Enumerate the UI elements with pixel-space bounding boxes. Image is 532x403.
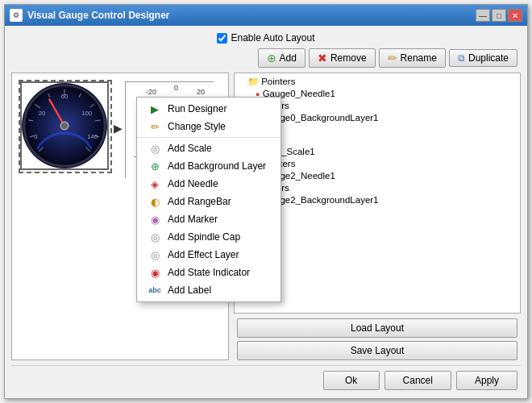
svg-text:60: 60	[61, 93, 69, 100]
add-marker-icon: ◉	[148, 213, 161, 226]
title-bar-left: ⚙ Visual Gauge Control Designer	[10, 9, 169, 22]
top-bar: Enable Auto Layout	[11, 32, 521, 44]
svg-point-18	[60, 122, 69, 130]
dark-gauge[interactable]: 0 20 60 100 140	[20, 81, 109, 170]
svg-text:0: 0	[174, 84, 178, 92]
main-window: ⚙ Visual Gauge Control Designer — □ ✕ En…	[4, 4, 528, 399]
add-bg-layer-icon: ⊕	[148, 160, 161, 172]
main-area: 0 20 60 100 140 ▶	[11, 73, 521, 360]
menu-item-add-label[interactable]: abc Add Label	[137, 281, 281, 299]
folder-icon-1: 📁	[247, 77, 259, 86]
menu-item-run-designer[interactable]: ▶ Run Designer	[137, 100, 281, 118]
svg-text:-20: -20	[146, 88, 156, 96]
dark-gauge-svg: 0 20 60 100 140	[22, 83, 107, 168]
bottom-bar: Ok Cancel Apply	[11, 365, 521, 392]
add-state-icon: ◉	[148, 266, 161, 279]
duplicate-icon: ⧉	[458, 52, 465, 64]
add-label-icon: abc	[148, 284, 161, 297]
add-spindle-icon: ◎	[148, 231, 161, 243]
svg-text:140: 140	[87, 133, 98, 140]
rename-icon: ✏	[388, 52, 397, 64]
menu-item-add-state-indicator[interactable]: ◉ Add State Indicator	[137, 264, 281, 281]
add-rangebar-icon: ◐	[148, 195, 161, 208]
auto-layout-checkbox-area: Enable Auto Layout	[217, 32, 314, 44]
context-menu-arrow: ▶	[114, 122, 123, 135]
remove-button[interactable]: ✖ Remove	[309, 48, 376, 68]
window-title: Visual Gauge Control Designer	[27, 10, 169, 21]
menu-item-change-style[interactable]: ✏ Change Style	[137, 118, 281, 135]
rename-button[interactable]: ✏ Rename	[379, 48, 446, 68]
add-effect-icon: ◎	[148, 248, 161, 261]
auto-layout-checkbox[interactable]	[217, 33, 227, 44]
tree-item-pointers-1[interactable]: 📁 Pointers	[236, 75, 518, 88]
menu-item-add-marker[interactable]: ◉ Add Marker	[137, 210, 281, 228]
menu-item-add-effect-layer[interactable]: ◎ Add Effect Layer	[137, 246, 281, 264]
add-button[interactable]: ⊕ Add	[258, 48, 305, 68]
ok-button[interactable]: Ok	[323, 371, 380, 390]
toolbar: ⊕ Add ✖ Remove ✏ Rename ⧉ Duplicate	[11, 48, 521, 68]
title-bar: ⚙ Visual Gauge Control Designer — □ ✕	[5, 5, 527, 26]
menu-item-add-scale[interactable]: ◎ Add Scale	[137, 139, 281, 157]
title-buttons: — □ ✕	[476, 9, 522, 22]
cancel-button[interactable]: Cancel	[384, 371, 451, 390]
content-area: Enable Auto Layout ⊕ Add ✖ Remove ✏ Rena…	[5, 26, 527, 398]
save-layout-button[interactable]: Save Layout	[237, 341, 517, 360]
window-icon: ⚙	[10, 9, 23, 22]
dark-gauge-inner: 0 20 60 100 140	[22, 83, 107, 168]
menu-item-add-bg-layer[interactable]: ⊕ Add Background Layer	[137, 157, 281, 175]
svg-text:100: 100	[82, 110, 93, 117]
duplicate-button[interactable]: ⧉ Duplicate	[449, 49, 517, 67]
svg-text:20: 20	[197, 88, 205, 96]
menu-item-add-spindle-cap[interactable]: ◎ Add Spindle Cap	[137, 228, 281, 246]
minimize-button[interactable]: —	[476, 9, 490, 22]
close-button[interactable]: ✕	[508, 9, 522, 22]
menu-item-add-rangebar[interactable]: ◐ Add RangeBar	[137, 193, 281, 210]
change-style-icon: ✏	[148, 120, 161, 133]
menu-item-add-needle[interactable]: ◈ Add Needle	[137, 175, 281, 193]
run-designer-icon: ▶	[148, 102, 161, 115]
add-scale-icon: ◎	[148, 142, 161, 155]
load-layout-button[interactable]: Load Layout	[237, 318, 517, 338]
add-needle-icon: ◈	[148, 177, 161, 190]
add-icon: ⊕	[267, 52, 276, 64]
layout-buttons: Load Layout Save Layout	[234, 318, 521, 360]
menu-divider-1	[137, 137, 281, 138]
svg-text:0: 0	[34, 133, 37, 140]
apply-button[interactable]: Apply	[456, 371, 517, 390]
remove-icon: ✖	[318, 52, 327, 64]
context-menu: ▶ Run Designer ✏ Change Style ◎ Add Scal…	[136, 97, 281, 302]
auto-layout-label: Enable Auto Layout	[231, 32, 314, 44]
svg-text:20: 20	[39, 110, 46, 117]
restore-button[interactable]: □	[492, 9, 506, 22]
